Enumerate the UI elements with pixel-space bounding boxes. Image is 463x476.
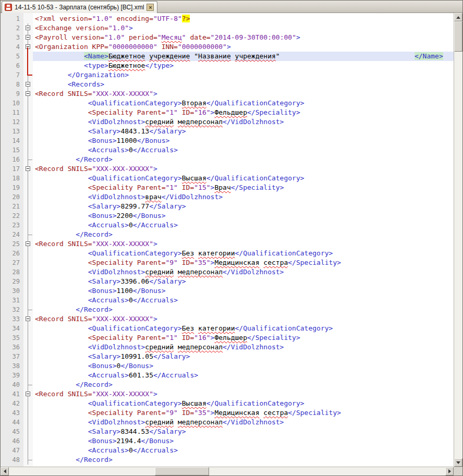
code-text[interactable]: <QualificationCategory>Без категории</Qu…	[33, 324, 454, 333]
code-text[interactable]: <Salary>8344.53</Salary>	[33, 427, 454, 436]
code-text[interactable]: <Record SNILS="XXX-XXX-XXXXX">	[33, 164, 454, 174]
code-line[interactable]: 34 <QualificationCategory>Без категории<…	[1, 324, 454, 333]
code-text[interactable]: <Speciality Parent="1" ID="16">Фельдшер<…	[33, 108, 454, 117]
code-line[interactable]: 29 <Salary>3396.06</Salary>	[1, 277, 454, 286]
code-text[interactable]: <Accruals>0</Accruals>	[33, 145, 454, 155]
code-line[interactable]: 28 <VidDolzhnost>средний медперсонал</Vi…	[1, 267, 454, 277]
code-text[interactable]: <Salary>4843.13</Salary>	[33, 127, 454, 136]
code-text[interactable]: <Salary>8299.77</Salary>	[33, 202, 454, 211]
code-text[interactable]: <Accruals>0</Accruals>	[33, 221, 454, 230]
horizontal-scroll-track[interactable]	[9, 467, 445, 475]
code-text[interactable]: <Accruals>0</Accruals>	[33, 446, 454, 455]
code-line[interactable]: 7 </Organization>	[1, 70, 454, 80]
scroll-up-button[interactable]	[454, 13, 462, 21]
scroll-left-button[interactable]	[1, 467, 9, 475]
tab-close-button[interactable]: ×	[147, 4, 154, 11]
fold-toggle[interactable]	[26, 392, 30, 396]
code-text[interactable]: <Bonus>2194.4</Bonus>	[33, 436, 454, 446]
code-line[interactable]: 1<?xml version="1.0" encoding="UTF-8"?>	[1, 14, 454, 23]
code-line[interactable]: 11 <Speciality Parent="1" ID="16">Фельдш…	[1, 108, 454, 117]
code-text[interactable]: <VidDolzhnost>средний медперсонал</VidDo…	[33, 267, 454, 277]
code-text[interactable]: <Record SNILS="XXX-XXX-XXXXX">	[33, 239, 454, 249]
code-line[interactable]: 8 <Records>	[1, 80, 454, 89]
code-text[interactable]: <QualificationCategory>Без категории</Qu…	[33, 249, 454, 258]
code-line[interactable]: 26 <QualificationCategory>Без категории<…	[1, 249, 454, 258]
code-line[interactable]: 25<Record SNILS="XXX-XXX-XXXXX">	[1, 239, 454, 249]
code-line[interactable]: 23 <Accruals>0</Accruals>	[1, 221, 454, 230]
code-line[interactable]: 3<Payroll version="1.0" period="Месяц" d…	[1, 33, 454, 42]
fold-toggle[interactable]	[26, 26, 30, 30]
code-text[interactable]: <Name>Бюджетное учреждение "Название учр…	[33, 52, 454, 61]
code-text[interactable]: <Organization KPP="0000000000" INN="0000…	[33, 42, 454, 52]
scroll-right-button[interactable]	[445, 467, 454, 475]
code-text[interactable]: </Record>	[33, 380, 454, 389]
code-line[interactable]: 16 </Record>	[1, 155, 454, 164]
code-text[interactable]: <QualificationCategory>Высшая</Qualifica…	[33, 399, 454, 408]
code-line[interactable]: 21 <Salary>8299.77</Salary>	[1, 202, 454, 211]
code-text[interactable]: <Speciality Parent="1" ID="16">Фельдшер<…	[33, 333, 454, 343]
code-text[interactable]: <Record SNILS="XXX-XXX-XXXXX">	[33, 89, 454, 99]
code-text[interactable]: <Record SNILS="XXX-XXX-XXXXX">	[33, 389, 454, 399]
code-line[interactable]: 45 <Salary>8344.53</Salary>	[1, 427, 454, 436]
vertical-scrollbar[interactable]	[454, 13, 462, 467]
code-text[interactable]: <Bonus>11000</Bonus>	[33, 136, 454, 145]
code-line[interactable]: 30 <Bonus>1100</Bonus>	[1, 286, 454, 296]
fold-toggle[interactable]	[26, 241, 30, 246]
code-line[interactable]: 36 <VidDolzhnost>средний медперсонал</Vi…	[1, 343, 454, 352]
code-text[interactable]: <Bonus>1100</Bonus>	[33, 286, 454, 296]
code-line[interactable]: 12 <VidDolzhnost>средний медперсонал</Vi…	[1, 117, 454, 127]
scroll-down-button[interactable]	[454, 458, 462, 467]
code-line[interactable]: 10 <QualificationCategory>Вторая</Qualif…	[1, 99, 454, 108]
code-text[interactable]: <QualificationCategory>Вторая</Qualifica…	[33, 99, 454, 108]
fold-toggle[interactable]	[26, 82, 30, 87]
code-line[interactable]: 46 <Bonus>2194.4</Bonus>	[1, 436, 454, 446]
code-text[interactable]: </Record>	[33, 455, 454, 465]
code-line[interactable]: 13 <Salary>4843.13</Salary>	[1, 127, 454, 136]
code-line[interactable]: 39 <Accruals>601.35</Accruals>	[1, 371, 454, 380]
code-line[interactable]: 22 <Bonus>2200</Bonus>	[1, 211, 454, 221]
code-text[interactable]: </Record>	[33, 155, 454, 164]
vertical-scroll-track[interactable]	[454, 21, 462, 458]
code-text[interactable]: <Bonus>2200</Bonus>	[33, 211, 454, 221]
code-text[interactable]: <VidDolzhnost>средний медперсонал</VidDo…	[33, 418, 454, 427]
code-line[interactable]: 42 <QualificationCategory>Высшая</Qualif…	[1, 399, 454, 408]
code-text[interactable]: </Record>	[33, 305, 454, 314]
code-line[interactable]: 19 <Speciality Parent="1" ID="15">Врач</…	[1, 183, 454, 192]
code-line[interactable]: 4<Organization KPP="0000000000" INN="000…	[1, 42, 454, 52]
code-text[interactable]: <Bonus>0</Bonus>	[33, 361, 454, 371]
code-line[interactable]: 5 <Name>Бюджетное учреждение "Название у…	[1, 52, 454, 61]
code-text[interactable]: <Record SNILS="XXX-XXX-XXXXX">	[33, 314, 454, 324]
code-text[interactable]: <Speciality Parent="9" ID="35">Медицинск…	[33, 408, 454, 418]
code-line[interactable]: 20 <VidDolzhnost>врач</VidDolzhnost>	[1, 192, 454, 202]
document-tab[interactable]: 14-11-5 10-53 - Зарплата (сентябрь) [ВС]…	[2, 1, 157, 13]
vertical-scroll-thumb[interactable]	[454, 21, 462, 52]
code-line[interactable]: 24 </Record>	[1, 230, 454, 239]
code-text[interactable]: </Record>	[33, 230, 454, 239]
code-line[interactable]: 44 <VidDolzhnost>средний медперсонал</Vi…	[1, 418, 454, 427]
code-line[interactable]: 31 <Accruals>0</Accruals>	[1, 296, 454, 305]
code-text[interactable]: <VidDolzhnost>средний медперсонал</VidDo…	[33, 117, 454, 127]
code-line[interactable]: 41<Record SNILS="XXX-XXX-XXXXX">	[1, 389, 454, 399]
code-text[interactable]: <?xml version="1.0" encoding="UTF-8"?>	[33, 14, 454, 23]
code-line[interactable]: 15 <Accruals>0</Accruals>	[1, 145, 454, 155]
code-line[interactable]: 14 <Bonus>11000</Bonus>	[1, 136, 454, 145]
fold-toggle[interactable]	[26, 91, 30, 96]
code-text[interactable]: <Records>	[33, 80, 454, 89]
code-line[interactable]: 9<Record SNILS="XXX-XXX-XXXXX">	[1, 89, 454, 99]
code-text[interactable]: <Accruals>0</Accruals>	[33, 296, 454, 305]
code-text[interactable]: <Payroll version="1.0" period="Месяц" da…	[33, 33, 454, 42]
code-line[interactable]: 37 <Salary>10991.05</Salary>	[1, 352, 454, 361]
code-line[interactable]: 47 <Accruals>0</Accruals>	[1, 446, 454, 455]
code-line[interactable]: 38 <Bonus>0</Bonus>	[1, 361, 454, 371]
code-text[interactable]: <Salary>10991.05</Salary>	[33, 352, 454, 361]
horizontal-scroll-thumb[interactable]	[155, 467, 209, 475]
fold-toggle[interactable]	[26, 35, 30, 40]
code-line[interactable]: 2<Exchange version="1.0">	[1, 23, 454, 33]
code-text[interactable]: <type>Бюджетное</type>	[33, 61, 454, 70]
code-line[interactable]: 27 <Speciality Parent="9" ID="35">Медици…	[1, 258, 454, 267]
code-text[interactable]: <QualificationCategory>Высшая</Qualifica…	[33, 174, 454, 183]
fold-toggle[interactable]	[26, 316, 30, 321]
code-text[interactable]: <Salary>3396.06</Salary>	[33, 277, 454, 286]
code-text[interactable]: <VidDolzhnost>врач</VidDolzhnost>	[33, 192, 454, 202]
code-line[interactable]: 35 <Speciality Parent="1" ID="16">Фельдш…	[1, 333, 454, 343]
